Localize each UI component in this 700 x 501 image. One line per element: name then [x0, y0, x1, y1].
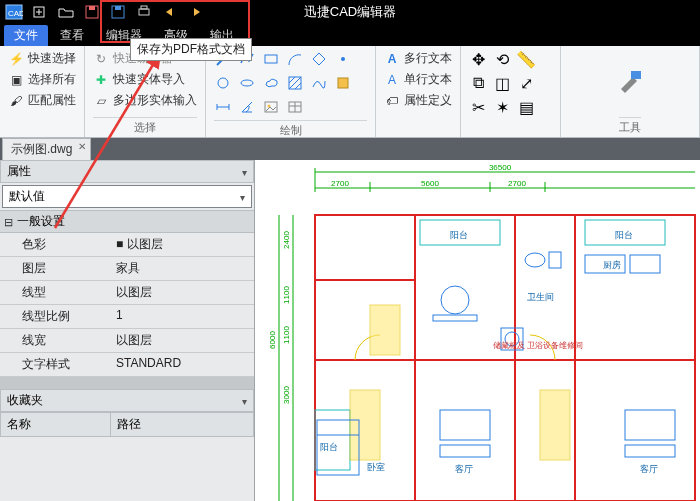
quick-entity-import-button[interactable]: ✚快速实体导入 — [93, 71, 197, 88]
insert-image-icon[interactable] — [262, 98, 280, 116]
text-button[interactable]: A单行文本 — [384, 71, 452, 88]
favorites-col-name[interactable]: 名称 — [1, 413, 111, 436]
svg-point-16 — [241, 80, 253, 86]
svg-text:2700: 2700 — [508, 179, 526, 188]
dim-angular-icon[interactable] — [238, 98, 256, 116]
ribbon-group-tools-label: 工具 — [619, 117, 641, 135]
prop-row-textstyle[interactable]: 文字样式STANDARD — [0, 353, 254, 377]
trim-icon[interactable]: ✂ — [469, 98, 487, 116]
explode-icon[interactable]: ✶ — [493, 98, 511, 116]
svg-text:客厅: 客厅 — [455, 464, 473, 474]
layer-icon[interactable]: ▤ — [517, 98, 535, 116]
default-value-label: 默认值 — [9, 188, 45, 205]
quick-select-label: 快速选择 — [28, 50, 76, 67]
svg-rect-57 — [370, 305, 400, 355]
section-general[interactable]: 一般设置 — [0, 210, 254, 233]
prop-row-linetype[interactable]: 线型以图层 — [0, 281, 254, 305]
floor-plan-drawing: 36500 2700 5600 2700 6000 2400 1100 110 — [255, 160, 700, 501]
svg-text:厨房: 厨房 — [603, 260, 621, 270]
redo-icon[interactable] — [186, 3, 206, 21]
svg-rect-8 — [115, 6, 121, 10]
prop-row-layer[interactable]: 图层家具 — [0, 257, 254, 281]
section-general-label: 一般设置 — [17, 213, 65, 230]
match-props-button[interactable]: 🖌匹配属性 — [8, 92, 76, 109]
print-icon[interactable] — [134, 3, 154, 21]
spline-icon[interactable] — [310, 74, 328, 92]
svg-rect-21 — [338, 78, 348, 88]
svg-text:36500: 36500 — [489, 163, 512, 172]
bolt-icon: ⚡ — [8, 51, 24, 67]
shape-icon[interactable] — [310, 50, 328, 68]
polygon-entity-input-label: 多边形实体输入 — [113, 92, 197, 109]
ribbon-group-select-label: 选择 — [93, 117, 197, 135]
close-icon[interactable]: ✕ — [78, 141, 86, 152]
ellipse-icon[interactable] — [238, 74, 256, 92]
panel-menu-icon[interactable] — [242, 165, 247, 179]
undo-icon[interactable] — [160, 3, 180, 21]
favorites-col-path[interactable]: 路径 — [111, 413, 147, 436]
select-all-icon: ▣ — [8, 72, 24, 88]
point-icon[interactable] — [334, 50, 352, 68]
properties-panel-title: 属性 — [0, 160, 254, 183]
hatch-icon[interactable] — [286, 74, 304, 92]
save-pdf-icon[interactable] — [108, 3, 128, 21]
properties-title-label: 属性 — [7, 163, 31, 180]
cad-logo: CAD — [4, 3, 24, 21]
mtext-button[interactable]: A多行文本 — [384, 50, 452, 67]
text-icon: A — [384, 72, 400, 88]
save-icon[interactable] — [82, 3, 102, 21]
tab-file[interactable]: 文件 — [4, 25, 48, 46]
quick-select-button[interactable]: ⚡快速选择 — [8, 50, 76, 67]
circle-icon[interactable] — [214, 74, 232, 92]
rect-icon[interactable] — [262, 50, 280, 68]
copy-icon[interactable]: ⧉ — [469, 74, 487, 92]
measure-icon[interactable]: 📏 — [517, 50, 535, 68]
select-all-button[interactable]: ▣选择所有 — [8, 71, 76, 88]
svg-text:储藏柜及 卫浴设备维修间: 储藏柜及 卫浴设备维修间 — [493, 341, 583, 350]
rotate-icon[interactable]: ⟲ — [493, 50, 511, 68]
block-icon[interactable] — [334, 74, 352, 92]
new-icon[interactable] — [30, 3, 50, 21]
hammer-icon[interactable] — [613, 65, 647, 99]
attrdef-button[interactable]: 🏷属性定义 — [384, 92, 452, 109]
open-icon[interactable] — [56, 3, 76, 21]
svg-text:卫生间: 卫生间 — [527, 292, 554, 302]
svg-rect-66 — [625, 410, 675, 440]
polygon-entity-input-button[interactable]: ▱多边形实体输入 — [93, 92, 197, 109]
arc-icon[interactable] — [286, 50, 304, 68]
attrdef-label: 属性定义 — [404, 92, 452, 109]
properties-table: 色彩■ 以图层 图层家具 线型以图层 线型比例1 线宽以图层 文字样式STAND… — [0, 233, 254, 377]
scale-icon[interactable]: ⤢ — [517, 74, 535, 92]
select-all-label: 选择所有 — [28, 71, 76, 88]
prop-row-ltscale[interactable]: 线型比例1 — [0, 305, 254, 329]
svg-text:卧室: 卧室 — [367, 462, 385, 472]
move-icon[interactable]: ✥ — [469, 50, 487, 68]
refresh-icon: ↻ — [93, 51, 109, 67]
tab-view[interactable]: 查看 — [50, 25, 94, 46]
svg-rect-59 — [350, 390, 380, 460]
cloud-icon[interactable] — [262, 74, 280, 92]
prop-row-color[interactable]: 色彩■ 以图层 — [0, 233, 254, 257]
svg-text:客厅: 客厅 — [640, 464, 658, 474]
favorites-panel-title: 收藏夹 — [0, 389, 254, 412]
svg-point-72 — [525, 253, 545, 267]
svg-rect-73 — [549, 252, 561, 268]
svg-text:阳台: 阳台 — [615, 230, 633, 240]
titlebar: CAD 迅捷CAD编辑器 — [0, 0, 700, 24]
svg-rect-61 — [630, 255, 660, 273]
prop-row-lineweight[interactable]: 线宽以图层 — [0, 329, 254, 353]
drawing-canvas[interactable]: 36500 2700 5600 2700 6000 2400 1100 110 — [255, 160, 700, 501]
default-value-dropdown[interactable]: 默认值 — [2, 185, 252, 208]
ribbon-group-annotate: A多行文本 A单行文本 🏷属性定义 — [376, 46, 461, 137]
left-panel: 属性 默认值 一般设置 色彩■ 以图层 图层家具 线型以图层 线型比例1 线宽以… — [0, 160, 255, 501]
dim-linear-icon[interactable] — [214, 98, 232, 116]
svg-rect-13 — [265, 55, 277, 63]
table-icon[interactable] — [286, 98, 304, 116]
document-tab[interactable]: 示例图.dwg ✕ — [2, 138, 91, 160]
ribbon-group-tools: 工具 — [561, 46, 700, 137]
document-tab-label: 示例图.dwg — [11, 142, 72, 156]
mirror-icon[interactable]: ◫ — [493, 74, 511, 92]
quick-access-toolbar: CAD — [0, 3, 206, 21]
brush-icon: 🖌 — [8, 93, 24, 109]
panel-menu-icon[interactable] — [242, 394, 247, 408]
